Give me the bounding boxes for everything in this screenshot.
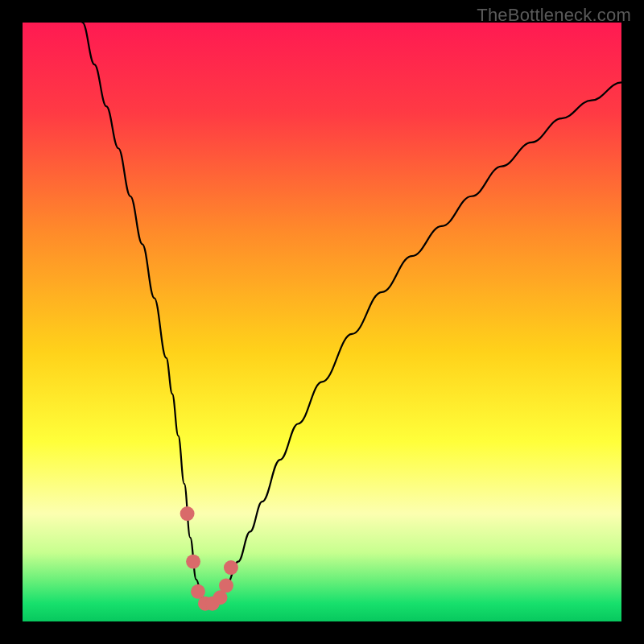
bottleneck-chart bbox=[23, 23, 621, 621]
heat-gradient-background bbox=[23, 23, 621, 621]
chart-frame bbox=[23, 23, 621, 621]
highlight-marker bbox=[180, 506, 195, 521]
highlight-marker bbox=[224, 560, 238, 575]
highlight-marker bbox=[219, 578, 233, 592]
highlight-marker bbox=[191, 584, 205, 599]
highlight-marker bbox=[186, 555, 200, 569]
